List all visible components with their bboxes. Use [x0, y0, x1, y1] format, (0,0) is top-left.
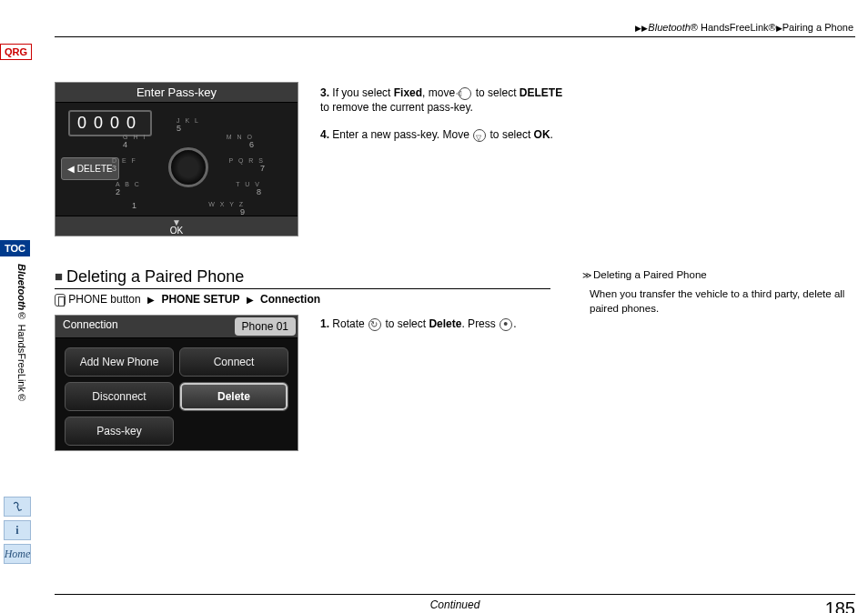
screenshot-connection: Connection Phone 01 Add New Phone Connec… [55, 315, 298, 451]
step-4: 4. Enter a new pass-key. Move to select … [320, 127, 566, 142]
phone-button-icon [55, 294, 66, 306]
breadcrumb-page: Pairing a Phone [782, 22, 853, 33]
connection-disconnect: Disconnect [65, 382, 174, 411]
breadcrumb-hfl: ® HandsFreeLink® [691, 22, 776, 33]
right-column-note: ≫Deleting a Paired Phone When you transf… [582, 269, 846, 316]
dpad-left-icon [459, 87, 471, 100]
breadcrumb-arrow-icon: ▶▶ [635, 24, 648, 33]
info-icon[interactable]: i [4, 520, 31, 540]
rotary-knob-icon [368, 318, 381, 331]
nav-path: PHONE button ▶ PHONE SETUP ▶ Connection [55, 293, 320, 306]
home-icon[interactable]: Home [4, 544, 31, 564]
screenshot-enter-passkey: Enter Pass-key 0000 ◀ DELETE J K L5 G H … [55, 82, 298, 236]
side-section-label: Bluetooth® HandsFreeLink® [16, 264, 27, 403]
page-footer: Continued 185 [55, 594, 855, 598]
search-icon[interactable] [4, 497, 31, 517]
step-3: 3. If you select Fixed, move to select D… [320, 85, 566, 115]
connection-add-new-phone: Add New Phone [65, 347, 174, 377]
connection-connect: Connect [179, 347, 288, 377]
passkey-dial: J K L5 G H I4 M N O6 D E F3 P Q R S7 A B… [106, 114, 270, 221]
tab-qrg[interactable]: QRG [0, 44, 32, 60]
connection-delete-selected: Delete [179, 382, 288, 411]
continued-label: Continued [430, 598, 480, 611]
note-body: When you transfer the vehicle to a third… [582, 286, 846, 316]
section-heading: ■Deleting a Paired Phone [55, 267, 550, 289]
press-icon [500, 318, 512, 331]
steps-3-4: 3. If you select Fixed, move to select D… [320, 85, 566, 156]
dial-knob-icon [168, 147, 208, 187]
breadcrumb-bluetooth: Bluetooth [648, 22, 690, 33]
page-number: 185 [825, 598, 855, 613]
nav-arrow-icon: ▶ [147, 295, 155, 305]
connection-passkey: Pass-key [65, 417, 174, 446]
note-title: Deleting a Paired Phone [593, 269, 707, 280]
nav-arrow-icon: ▶ [247, 295, 254, 305]
section-bullet-icon: ■ [55, 268, 63, 284]
header-rule [55, 36, 855, 37]
note-arrow-icon: ≫ [582, 270, 588, 280]
connection-screen-title: Connection [56, 316, 233, 337]
tab-toc[interactable]: TOC [0, 240, 30, 256]
breadcrumb-arrow-icon: ▶ [776, 24, 782, 33]
connection-phone-label: Phone 01 [235, 317, 296, 336]
header-breadcrumb: ▶▶Bluetooth® HandsFreeLink®▶Pairing a Ph… [635, 22, 853, 33]
passkey-screen-title: Enter Pass-key [56, 83, 298, 103]
step-1: 1. Rotate to select Delete. Press . [320, 317, 566, 331]
section-title: Deleting a Paired Phone [66, 267, 244, 286]
dpad-down-icon [473, 129, 486, 142]
passkey-ok-label: OK [56, 216, 298, 236]
